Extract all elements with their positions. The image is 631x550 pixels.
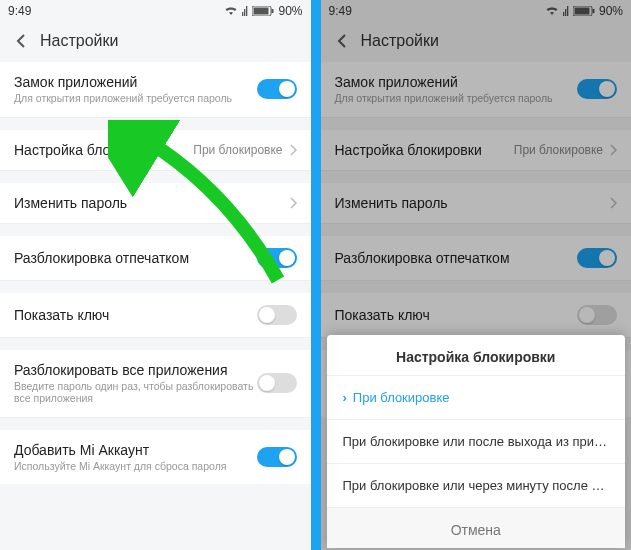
item-change-password[interactable]: Изменить пароль [0, 183, 311, 224]
header: Настройки [0, 22, 311, 62]
item-title: Разблокировать все приложения [14, 362, 257, 378]
status-bar: 9:49 90% [0, 0, 311, 22]
svg-rect-2 [246, 6, 247, 16]
item-title: Разблокировка отпечатком [14, 250, 257, 266]
item-subtitle: Введите пароль один раз, чтобы разблокир… [14, 380, 257, 405]
toggle-mi-account[interactable] [257, 447, 297, 467]
toggle-unlock-all[interactable] [257, 373, 297, 393]
item-show-key[interactable]: Показать ключ [0, 293, 311, 338]
back-icon[interactable] [12, 32, 30, 50]
status-time: 9:49 [8, 4, 31, 18]
status-icons: 90% [224, 4, 302, 18]
svg-rect-4 [254, 8, 269, 15]
sheet-option-1[interactable]: ›При блокировке [327, 375, 626, 419]
battery-icon [252, 6, 274, 16]
item-value: При блокировке [193, 143, 282, 157]
signal-icon [242, 6, 248, 16]
svg-rect-0 [242, 12, 243, 16]
item-lock-setting[interactable]: Настройка блокировки При блокировке [0, 130, 311, 171]
toggle-app-lock[interactable] [257, 79, 297, 99]
item-title: Настройка блокировки [14, 142, 193, 158]
sheet-option-label: При блокировке [353, 390, 450, 405]
item-title: Замок приложений [14, 74, 257, 90]
screen-left: 9:49 90% Настройки [0, 0, 311, 550]
action-sheet: Настройка блокировки ›При блокировке При… [327, 335, 626, 548]
item-title: Показать ключ [14, 307, 257, 323]
item-title: Изменить пароль [14, 195, 289, 211]
chevron-right-icon: › [343, 390, 347, 405]
sheet-title: Настройка блокировки [327, 335, 626, 375]
page-title: Настройки [40, 32, 118, 50]
item-unlock-all[interactable]: Разблокировать все приложения Введите па… [0, 350, 311, 418]
sheet-cancel[interactable]: Отмена [327, 507, 626, 548]
screen-right: 9:49 90% Настройки [321, 0, 632, 550]
item-fingerprint[interactable]: Разблокировка отпечатком [0, 236, 311, 281]
battery-percent: 90% [278, 4, 302, 18]
chevron-right-icon [289, 197, 297, 209]
item-subtitle: Используйте Mi Аккаунт для сброса пароля [14, 460, 257, 473]
item-app-lock[interactable]: Замок приложений Для открытия приложений… [0, 62, 311, 118]
item-title: Добавить Mi Аккаунт [14, 442, 257, 458]
settings-list: Замок приложений Для открытия приложений… [0, 62, 311, 484]
toggle-show-key[interactable] [257, 305, 297, 325]
chevron-right-icon [289, 144, 297, 156]
sheet-option-3[interactable]: При блокировке или через минуту после вы… [327, 463, 626, 507]
toggle-fingerprint[interactable] [257, 248, 297, 268]
svg-rect-5 [272, 9, 274, 13]
item-subtitle: Для открытия приложений требуется пароль [14, 92, 257, 105]
svg-rect-1 [244, 9, 245, 16]
sheet-option-2[interactable]: При блокировке или после выхода из прило… [327, 419, 626, 463]
item-mi-account[interactable]: Добавить Mi Аккаунт Используйте Mi Аккау… [0, 430, 311, 485]
wifi-icon [224, 6, 238, 16]
